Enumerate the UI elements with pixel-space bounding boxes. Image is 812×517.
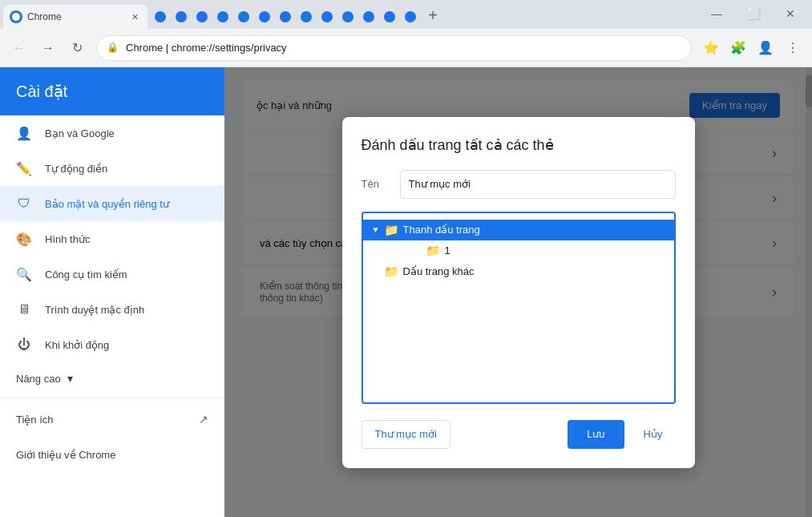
save-button[interactable]: Lưu (568, 420, 624, 449)
address-text: Chrome | chrome://settings/privacy (126, 42, 287, 54)
sidebar-label-khi-khoi-dong: Khi khởi động (45, 339, 109, 351)
tab-icon[interactable] (317, 7, 337, 26)
minimize-button[interactable]: — (698, 2, 735, 26)
power-icon: ⏻ (16, 337, 32, 353)
forward-button[interactable]: → (35, 35, 61, 61)
tree-expand-icon: ▼ (370, 224, 382, 236)
tab-icon[interactable] (401, 7, 420, 26)
extensions-button[interactable]: 🧩 (725, 35, 751, 61)
tab-icon[interactable] (380, 7, 399, 26)
tree-item-dau-trang-khac[interactable]: ▷ 📁 Dấu trang khác (363, 261, 674, 282)
sidebar-label-tu-dong-dien: Tự động điền (45, 163, 107, 175)
sidebar-header: Cài đặt (0, 67, 224, 115)
tab-icon[interactable] (213, 7, 232, 26)
sidebar-item-hinh-thuc[interactable]: 🎨 Hình thức (0, 221, 224, 256)
palette-icon: 🎨 (16, 231, 32, 247)
advanced-section[interactable]: Nâng cao ▾ (0, 362, 224, 394)
tab-icon[interactable] (338, 7, 358, 26)
sidebar-item-trinh-duyet[interactable]: 🖥 Trình duyệt mặc định (0, 292, 224, 327)
external-link-icon: ↗ (199, 413, 208, 426)
search-icon: 🔍 (16, 266, 32, 282)
gioi-thieu-label: Giới thiệu về Chrome (16, 449, 115, 461)
content-area: ộc hại và những Kiểm tra ngay › › và các… (224, 67, 812, 517)
sidebar-item-khi-khoi-dong[interactable]: ⏻ Khi khởi động (0, 327, 224, 362)
main-content: Cài đặt 👤 Bạn và Google ✏️ Tự động điền … (0, 67, 812, 517)
tree-label-1: 1 (445, 244, 450, 256)
reload-button[interactable]: ↻ (64, 35, 90, 61)
dialog-field: Tên (362, 170, 676, 199)
tree-item-thanh-dau-trang[interactable]: ▼ 📁 Thanh dấu trang (363, 220, 674, 240)
sidebar-label-ban-va-google: Bạn và Google (45, 127, 115, 139)
tab-title: Chrome (27, 11, 62, 22)
bookmark-dialog: Đánh dấu trang tất cả các thẻ Tên ▼ 📁 Th… (342, 117, 695, 468)
folder-icon-2: 📁 (384, 265, 398, 279)
shield-icon: 🛡 (16, 196, 32, 212)
profile-button[interactable]: 👤 (753, 35, 778, 61)
browser-icon: 🖥 (16, 301, 32, 317)
dialog-overlay: Đánh dấu trang tất cả các thẻ Tên ▼ 📁 Th… (224, 67, 812, 517)
sidebar-item-ban-va-google[interactable]: 👤 Bạn và Google (0, 115, 224, 151)
nav-bar: ← → ↻ 🔒 Chrome | chrome://settings/priva… (0, 29, 812, 67)
sidebar-title: Cài đặt (16, 82, 67, 101)
tab-icon[interactable] (297, 7, 316, 26)
close-window-button[interactable]: ✕ (772, 2, 809, 26)
active-tab[interactable]: Chrome ✕ (3, 5, 147, 29)
back-button[interactable]: ← (6, 35, 32, 61)
sidebar-item-tu-dong-dien[interactable]: ✏️ Tự động điền (0, 151, 224, 186)
bookmark-button[interactable]: ⭐ (698, 35, 724, 61)
sidebar-label-cong-cu: Công cụ tìm kiếm (45, 269, 127, 281)
tab-icon[interactable] (192, 7, 212, 26)
sidebar-item-bao-mat[interactable]: 🛡 Bảo mật và quyền riêng tư (0, 186, 224, 221)
tab-favicon (10, 10, 22, 23)
cancel-button[interactable]: Hủy (631, 420, 676, 449)
dialog-title: Đánh dấu trang tất cả các thẻ (362, 136, 676, 154)
new-tab-button[interactable]: + (422, 4, 444, 26)
tab-icon[interactable] (234, 7, 253, 26)
folder-name-input[interactable] (400, 170, 676, 199)
person-icon: 👤 (16, 125, 32, 141)
tab-close-button[interactable]: ✕ (128, 10, 141, 23)
dialog-actions: Thư mục mới Lưu Hủy (362, 420, 676, 449)
folder-icon-1: 📁 (426, 244, 440, 258)
tree-child-1: ▷ 📁 1 (363, 240, 674, 261)
lock-icon: 🔒 (107, 42, 119, 55)
tree-item-1[interactable]: ▷ 📁 1 (392, 240, 674, 261)
sidebar-item-tien-ich[interactable]: Tiện ích ↗ (0, 402, 224, 437)
sidebar-label-bao-mat: Bảo mật và quyền riêng tư (45, 198, 169, 210)
sidebar-item-gioi-thieu[interactable]: Giới thiệu về Chrome (0, 437, 224, 472)
tab-icon[interactable] (359, 7, 378, 26)
tree-label-dau-trang-khac: Dấu trang khác (403, 265, 475, 277)
svg-point-0 (12, 13, 20, 21)
tab-icon[interactable] (255, 7, 274, 26)
tab-icon[interactable] (151, 7, 170, 26)
sidebar: Cài đặt 👤 Bạn và Google ✏️ Tự động điền … (0, 67, 224, 517)
restore-button[interactable]: ⬜ (735, 2, 772, 26)
edit-icon: ✏️ (16, 160, 32, 176)
tab-icon[interactable] (172, 7, 191, 26)
chevron-down-icon: ▾ (67, 372, 73, 385)
new-folder-button[interactable]: Thư mục mới (362, 420, 450, 449)
tab-bar: Chrome ✕ + — ⬜ ✕ (0, 0, 812, 29)
advanced-label: Nâng cao (16, 373, 61, 385)
sidebar-label-hinh-thuc: Hình thức (45, 233, 90, 245)
tien-ich-label: Tiện ích (16, 414, 54, 426)
field-label: Tên (362, 178, 390, 190)
folder-icon: 📁 (384, 223, 398, 237)
sidebar-item-cong-cu[interactable]: 🔍 Công cụ tìm kiếm (0, 256, 224, 292)
folder-tree: ▼ 📁 Thanh dấu trang ▷ 📁 1 (362, 212, 676, 404)
tab-icon[interactable] (276, 7, 295, 26)
menu-button[interactable]: ⋮ (780, 35, 806, 61)
sidebar-label-trinh-duyet: Trình duyệt mặc định (45, 304, 144, 316)
tree-label-thanh-dau-trang: Thanh dấu trang (403, 224, 480, 236)
address-bar[interactable]: 🔒 Chrome | chrome://settings/privacy (96, 35, 692, 61)
